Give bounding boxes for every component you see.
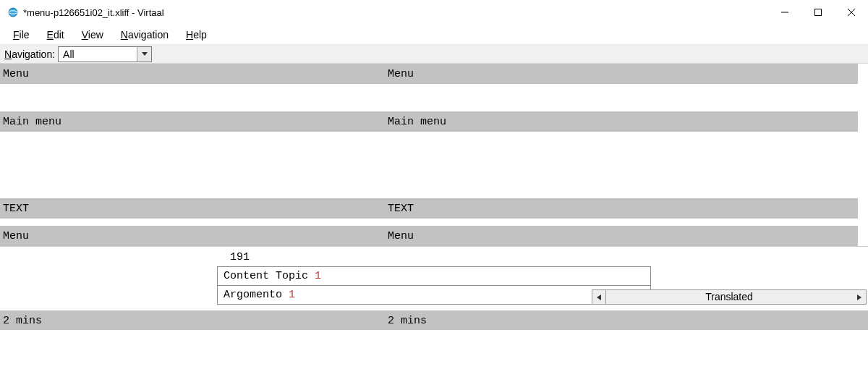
window-titlebar: *menu-p126651i02_it.xliff - Virtaal — [0, 0, 868, 25]
navigation-toolbar: Navigation: All — [0, 45, 868, 64]
minimize-button[interactable] — [768, 1, 801, 23]
segment-source: TEXT — [0, 203, 385, 215]
svg-point-0 — [9, 8, 17, 17]
scrollbar-gutter[interactable] — [858, 64, 868, 246]
segment-source: Menu — [0, 68, 385, 80]
source-text: Content Topic 1 — [218, 267, 650, 285]
active-segment-editor: 191 Content Topic 1 Argomento 1 Translat… — [0, 246, 868, 311]
segment-gap — [0, 84, 868, 111]
segment-target: 2 mins — [385, 315, 430, 327]
menu-help[interactable]: Help — [179, 27, 214, 43]
segment-source: Main menu — [0, 116, 385, 128]
chevron-down-icon — [137, 47, 151, 62]
app-icon — [7, 7, 19, 18]
svg-marker-6 — [142, 52, 148, 56]
svg-rect-3 — [815, 9, 822, 16]
placeholder-token: 1 — [289, 289, 295, 301]
target-text-input[interactable]: Argomento 1 — [218, 285, 650, 304]
status-next-button[interactable] — [852, 289, 867, 305]
segment-source: Menu — [0, 230, 385, 242]
segment-target: Menu — [385, 68, 868, 80]
segment-row[interactable]: Main menuMain menu — [0, 111, 868, 132]
menu-edit[interactable]: Edit — [40, 27, 72, 43]
menu-file[interactable]: File — [6, 27, 37, 43]
svg-marker-8 — [857, 295, 861, 300]
maximize-button[interactable] — [801, 1, 835, 23]
menu-view[interactable]: View — [75, 27, 111, 43]
navigation-label: Navigation: — [4, 48, 55, 60]
window-controls — [768, 1, 868, 23]
menubar: File Edit View Navigation Help — [0, 25, 868, 45]
window-title: *menu-p126651i02_it.xliff - Virtaal — [23, 7, 768, 18]
status-prev-button[interactable] — [592, 289, 606, 305]
menu-navigation[interactable]: Navigation — [114, 27, 176, 43]
segment-source: 2 mins — [0, 315, 385, 327]
segment-target: Main menu — [385, 116, 868, 128]
segment-gap — [0, 132, 868, 198]
segment-target: Menu — [385, 230, 868, 242]
svg-marker-7 — [597, 295, 601, 300]
segment-row[interactable]: MenuMenu — [0, 226, 868, 246]
segment-row[interactable]: 2 mins 2 mins — [0, 311, 868, 330]
status-selector: Translated — [592, 289, 867, 305]
navigation-mode-combo[interactable]: All — [58, 46, 152, 62]
navigation-mode-value: All — [59, 47, 137, 62]
close-button[interactable] — [835, 1, 868, 23]
segment-target: TEXT — [385, 203, 868, 215]
status-label[interactable]: Translated — [606, 289, 852, 305]
segment-id: 191 — [230, 251, 651, 263]
segment-list: MenuMenuMain menuMain menuTEXTTEXTMenuMe… — [0, 64, 868, 246]
segment-gap — [0, 219, 868, 226]
segment-row[interactable]: TEXTTEXT — [0, 198, 868, 219]
segment-text-box: Content Topic 1 Argomento 1 — [217, 266, 651, 305]
placeholder-token: 1 — [315, 270, 321, 282]
segment-row[interactable]: MenuMenu — [0, 64, 868, 84]
